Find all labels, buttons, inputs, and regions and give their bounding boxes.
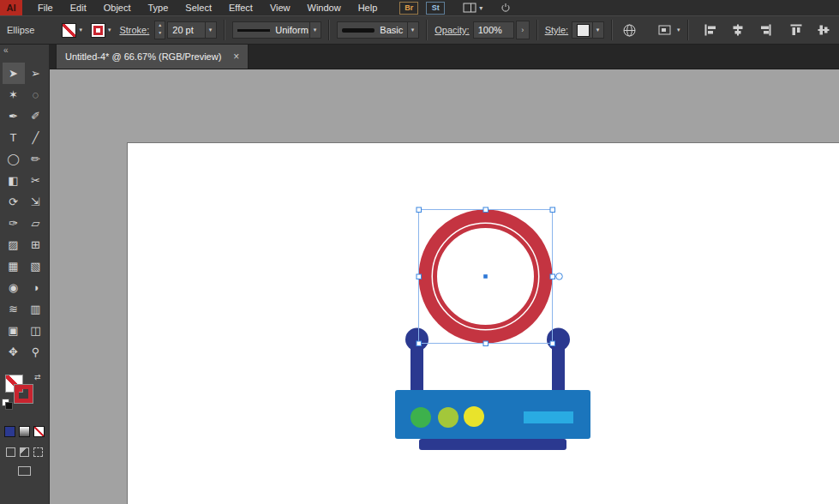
selection-handle-ne[interactable]: [550, 207, 555, 213]
draw-behind-button[interactable]: [20, 447, 29, 457]
align-middle-vertical-icon[interactable]: [814, 23, 833, 37]
stroke-weight-stepper[interactable]: ▲ ▼: [154, 21, 165, 39]
change-screen-mode-button[interactable]: [18, 466, 31, 476]
none-button[interactable]: [33, 426, 45, 437]
perspective-grid-tool[interactable]: ⊞: [25, 234, 47, 255]
selection-handle-e[interactable]: [550, 274, 555, 279]
menu-item[interactable]: Window: [299, 0, 350, 15]
chevron-down-icon[interactable]: ▾: [479, 4, 482, 12]
magic-wand-tool[interactable]: ✶: [3, 84, 25, 105]
router-illustration[interactable]: [395, 328, 590, 451]
lasso-tool[interactable]: ◌: [25, 84, 47, 105]
router-base[interactable]: [419, 439, 566, 450]
close-icon[interactable]: ×: [233, 51, 239, 63]
stepper-up-icon[interactable]: ▲: [155, 21, 165, 29]
opacity-select[interactable]: 100%: [473, 21, 514, 39]
selection-handle-se[interactable]: [550, 341, 555, 346]
opacity-panel-link[interactable]: Opacity:: [434, 25, 469, 35]
bridge-button[interactable]: Br: [399, 2, 418, 15]
symbol-sprayer-tool[interactable]: ≋: [3, 298, 25, 320]
stroke-panel-link[interactable]: Stroke:: [119, 25, 149, 35]
selection-handle-s[interactable]: [483, 341, 488, 346]
style-swatch: [577, 24, 590, 37]
width-tool[interactable]: ✑: [3, 213, 25, 234]
align-top-icon[interactable]: [787, 23, 806, 37]
opacity-value: 100%: [478, 25, 502, 35]
align-left-icon[interactable]: [701, 23, 720, 37]
paintbrush-tool[interactable]: ✐: [25, 105, 47, 127]
menu-item[interactable]: Type: [140, 0, 177, 15]
recolor-artwork-icon[interactable]: [620, 23, 639, 38]
chevron-down-icon[interactable]: ▾: [677, 27, 680, 33]
antenna-left-tip[interactable]: [405, 328, 428, 351]
gradient-button[interactable]: [19, 426, 30, 437]
align-right-icon[interactable]: [756, 23, 775, 37]
selection-handle-nw[interactable]: [417, 207, 422, 213]
draw-inside-button[interactable]: [33, 447, 43, 457]
led-green[interactable]: [411, 407, 431, 428]
menu-item[interactable]: File: [29, 0, 62, 15]
chevron-down-icon: ▾: [108, 27, 111, 33]
canvas-area[interactable]: [49, 69, 839, 504]
width-profile-select[interactable]: Uniform ▾: [232, 21, 321, 39]
selection-handle-sw[interactable]: [417, 341, 422, 346]
menu-item[interactable]: Object: [95, 0, 140, 15]
stroke-color-control[interactable]: ▾: [91, 23, 111, 38]
fill-color-control[interactable]: ▾: [62, 23, 82, 38]
mesh-tool[interactable]: ▦: [3, 255, 25, 277]
rotate-tool[interactable]: ⟳: [3, 191, 25, 213]
draw-normal-button[interactable]: [6, 447, 15, 457]
stroke-swatch-red[interactable]: [15, 385, 33, 403]
menu-item[interactable]: Edit: [62, 0, 95, 15]
menu-item[interactable]: Select: [177, 0, 220, 15]
color-button[interactable]: [4, 426, 15, 437]
selection-tool[interactable]: ➤: [3, 63, 25, 84]
line-segment-tool[interactable]: ╱: [25, 127, 47, 148]
style-panel-link[interactable]: Style:: [545, 25, 569, 35]
arrange-documents-icon[interactable]: [460, 2, 479, 14]
default-fill-stroke-icon[interactable]: [2, 399, 12, 409]
zoom-tool[interactable]: ⚲: [25, 341, 47, 363]
slice-tool[interactable]: ◫: [25, 320, 47, 341]
shape-builder-tool[interactable]: ▨: [3, 234, 25, 255]
led-lime[interactable]: [438, 407, 458, 428]
selection-handle-w[interactable]: [417, 274, 422, 279]
pencil-tool[interactable]: ✏: [25, 148, 47, 170]
menu-item[interactable]: Help: [350, 0, 387, 15]
swap-fill-stroke-icon[interactable]: ⇄: [34, 373, 41, 381]
style-select[interactable]: ▾: [572, 21, 604, 39]
artboard-tool[interactable]: ▣: [3, 320, 25, 341]
ellipse-tool[interactable]: ◯: [3, 148, 25, 170]
type-tool[interactable]: T: [3, 127, 25, 148]
stock-button[interactable]: St: [426, 2, 445, 15]
blend-tool[interactable]: ◑: [25, 277, 47, 298]
power-icon[interactable]: [498, 3, 513, 13]
direct-selection-tool[interactable]: ➢: [25, 63, 47, 84]
align-to-selection-icon[interactable]: [656, 24, 674, 36]
chevron-down-icon: ▾: [79, 27, 82, 33]
document-tab[interactable]: Untitled-4* @ 66.67% (RGB/Preview) ×: [56, 45, 249, 69]
brush-definition-select[interactable]: Basic ▾: [337, 21, 419, 39]
menu-item[interactable]: View: [261, 0, 299, 15]
opacity-panel-arrow[interactable]: ›: [516, 21, 530, 39]
hand-tool[interactable]: ✥: [3, 341, 25, 363]
selection-center-point[interactable]: [483, 274, 488, 279]
menu-item[interactable]: Effect: [220, 0, 261, 15]
eyedropper-tool[interactable]: ◉: [3, 277, 25, 298]
antenna-right-tip[interactable]: [547, 328, 570, 351]
scale-tool[interactable]: ⇲: [25, 191, 47, 213]
collapse-panel-icon[interactable]: «: [3, 45, 9, 55]
free-transform-tool[interactable]: ▱: [25, 213, 47, 234]
selection-handle-n[interactable]: [483, 207, 488, 213]
led-yellow[interactable]: [464, 406, 484, 427]
scissors-tool[interactable]: ✂: [25, 170, 47, 191]
eraser-tool[interactable]: ◧: [3, 170, 25, 191]
gradient-tool[interactable]: ▧: [25, 255, 47, 277]
shape-widget-handle[interactable]: [556, 273, 563, 280]
column-graph-tool[interactable]: ▥: [25, 298, 47, 320]
stepper-down-icon[interactable]: ▼: [155, 29, 165, 37]
align-center-horizontal-icon[interactable]: [728, 23, 747, 37]
router-display[interactable]: [524, 411, 573, 423]
stroke-weight-select[interactable]: 20 pt ▾: [167, 21, 217, 39]
pen-tool[interactable]: ✒: [3, 105, 25, 127]
